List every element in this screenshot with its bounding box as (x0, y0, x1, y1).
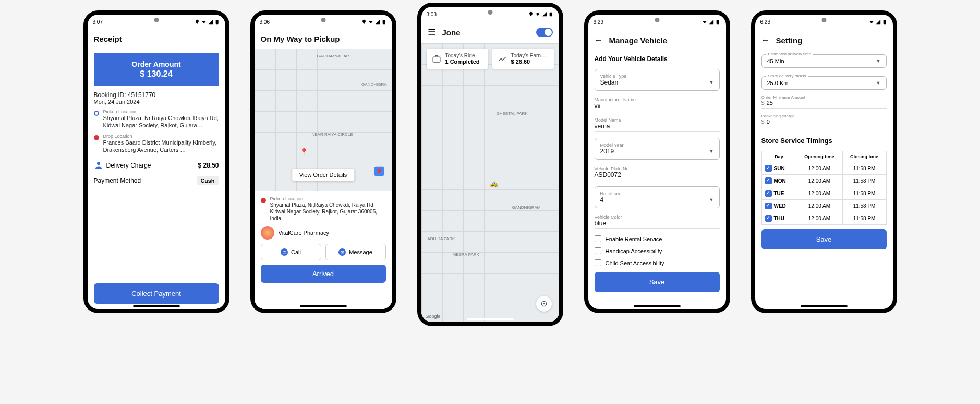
chat-icon: ✉ (338, 248, 346, 256)
camera-dot (821, 18, 826, 22)
pickup-label: Pickup Location (103, 109, 219, 114)
field-value: blue (595, 220, 720, 227)
phone-icon: ✆ (281, 248, 288, 256)
arrived-button[interactable]: Arrived (261, 265, 386, 283)
camera-dot (488, 10, 492, 15)
battery-icon (549, 11, 554, 17)
view-order-button[interactable]: View Order Details (292, 169, 355, 181)
save-button[interactable]: Save (595, 272, 720, 292)
phone-onway: 3:06 On My Way to Pickup GAUTAMNAGAR GAN… (250, 10, 396, 313)
childseat-checkbox[interactable]: Child Seat Accessibility (588, 257, 726, 269)
phone-setting: 6:23 ← Setting Estimated delivery time 4… (751, 10, 897, 313)
model-name-input[interactable]: Model Name verna (595, 117, 720, 132)
status-time: 3:06 (260, 19, 270, 25)
table-row[interactable]: TUE12:00 AM11:58 PM (761, 187, 886, 200)
map-area-label: ADHIKA PARK (428, 236, 455, 241)
status-time: 6:23 (760, 19, 770, 25)
payment-method-badge: Cash (197, 176, 219, 185)
field-value: 2019 (600, 148, 614, 155)
map-view[interactable]: GAUTAMNAGAR GANDHIGRA NEAR RAIYA CIRCLE … (255, 49, 392, 309)
timings-title: Store Service Timings (755, 133, 893, 149)
drop-dot-icon (94, 135, 99, 140)
field-label: Packaging charge (761, 114, 887, 118)
wifi-icon (869, 19, 874, 25)
wifi-icon (535, 11, 540, 17)
close-time: 11:58 PM (842, 212, 886, 225)
field-label: Store delivery radius (766, 74, 808, 78)
handicap-checkbox[interactable]: Handicap Accessibility (588, 245, 726, 257)
field-value: vx (595, 102, 720, 110)
delivery-charge-label: Delivery Charge (106, 162, 198, 169)
online-toggle[interactable] (536, 28, 553, 37)
map-area-label: GAUTAMNAGAR (317, 54, 349, 58)
status-time: 3:07 (93, 19, 103, 25)
booking-date: Mon, 24 Jun 2024 (94, 99, 219, 105)
drop-address: Frances Baard District Municipality Kimb… (103, 139, 219, 154)
table-row[interactable]: SUN12:00 AM11:58 PM (761, 162, 886, 175)
seat-select[interactable]: No. of seat 4▼ (595, 186, 720, 208)
payment-method-label: Payment Method (94, 177, 197, 184)
open-time: 12:00 AM (796, 212, 842, 225)
table-row[interactable]: WED12:00 AM11:58 PM (761, 200, 886, 212)
today-earn-card[interactable]: Today's Earn… $ 26.60 (492, 49, 554, 69)
locate-me-button[interactable] (536, 296, 552, 312)
wifi-icon (702, 19, 707, 25)
plate-input[interactable]: Vehicle Plate No. ASD0072 (595, 166, 720, 180)
google-maps-icon[interactable] (373, 165, 385, 177)
vehicle-type-select[interactable]: Vehicle Type Sedan▼ (595, 69, 720, 91)
collect-payment-button[interactable]: Collect Payment (94, 283, 219, 304)
chevron-down-icon: ▼ (709, 149, 714, 154)
close-time: 11:58 PM (842, 175, 886, 187)
back-icon[interactable]: ← (595, 35, 603, 45)
checkbox-icon (765, 177, 772, 184)
timings-table: Day Opening time Closing time SUN12:00 A… (761, 151, 887, 225)
map-area-label: NEAR RAIYA CIRCLE (312, 132, 353, 137)
map-view[interactable]: Today's Ride 1 Completed Today's Earn… $… (421, 43, 559, 322)
map-area-label: GANDHIGRA (361, 82, 386, 87)
color-input[interactable]: Vehicle Color blue (595, 215, 720, 229)
booking-meta: Booking ID: 45151770 Mon, 24 Jun 2024 (88, 91, 225, 109)
close-time: 11:58 PM (842, 162, 886, 175)
signal-icon (208, 19, 213, 25)
table-row[interactable]: MON12:00 AM11:58 PM (761, 175, 886, 187)
map-area-label: GANDHIGRAM (512, 205, 540, 210)
currency-prefix: $ (761, 118, 765, 125)
signal-icon (709, 19, 714, 25)
pickup-pin-icon (261, 198, 266, 203)
field-value: verna (595, 123, 720, 130)
status-time: 6:29 (594, 19, 603, 25)
open-time: 12:00 AM (796, 175, 842, 187)
message-button[interactable]: ✉ Message (325, 244, 386, 260)
model-year-select[interactable]: Model Year 2019▼ (595, 138, 720, 160)
location-icon (528, 11, 534, 17)
earn-value: $ 26.60 (511, 58, 547, 65)
manufacturer-input[interactable]: Manufacturer Name vx (595, 97, 720, 111)
field-value: Sedan (600, 79, 619, 86)
camera-dot (154, 18, 159, 22)
delivery-radius-select[interactable]: Store delivery radius 25.0 Km▼ (761, 76, 887, 90)
drop-label: Drop Location (103, 134, 219, 139)
delivery-time-select[interactable]: Estimated delivery time 45 Min▼ (761, 54, 887, 68)
back-icon[interactable]: ← (761, 35, 770, 45)
packaging-input[interactable]: Packaging charge $0 (761, 114, 887, 127)
today-ride-card[interactable]: Today's Ride 1 Completed (427, 49, 488, 69)
nav-bar (467, 318, 514, 320)
call-button[interactable]: ✆ Call (261, 244, 321, 260)
order-amount-card: Order Amount $ 130.24 (94, 53, 219, 86)
booking-id: Booking ID: 45151770 (94, 91, 219, 99)
svg-point-7 (543, 303, 544, 304)
page-title: Receipt (94, 34, 219, 43)
table-row[interactable]: THU12:00 AM11:58 PM (761, 212, 886, 225)
th-close: Closing time (842, 151, 886, 162)
checkbox-label: Enable Rental Service (606, 236, 662, 242)
nav-bar (801, 305, 848, 307)
min-amount-input[interactable]: Order Minimum Amount $25 (761, 95, 887, 109)
menu-icon[interactable]: ☰ (428, 27, 436, 38)
location-icon (195, 19, 200, 25)
camera-dot (655, 18, 659, 22)
close-time: 11:58 PM (842, 200, 886, 212)
save-button[interactable]: Save (761, 229, 887, 249)
battery-icon (215, 19, 220, 25)
th-open: Opening time (796, 151, 842, 162)
rental-checkbox[interactable]: Enable Rental Service (588, 233, 726, 245)
